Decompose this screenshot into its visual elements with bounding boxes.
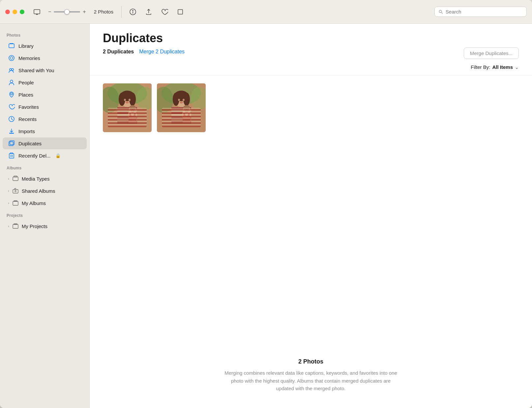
imports-icon [8,128,15,135]
search-input[interactable] [446,9,522,15]
sidebar-item-my-projects-label: My Projects [22,223,47,229]
photo-image-2 [157,83,206,132]
svg-point-65 [178,99,180,101]
photos-section-label: Photos [0,29,89,40]
minimize-button[interactable] [13,10,17,14]
maximize-button[interactable] [20,10,24,14]
favorites-icon [8,103,15,110]
sidebar-item-recently-deleted[interactable]: Recently Del... 🔒 [3,150,87,161]
close-button[interactable] [5,10,10,14]
sidebar-item-places[interactable]: Places [3,89,87,101]
svg-point-73 [182,110,191,120]
svg-point-14 [12,69,14,71]
svg-rect-26 [13,189,18,193]
svg-rect-10 [10,43,13,44]
svg-rect-81 [188,113,190,117]
svg-rect-19 [9,142,13,146]
svg-rect-25 [14,176,17,177]
svg-point-51 [131,109,132,111]
sidebar-item-imports-label: Imports [18,129,35,134]
svg-rect-30 [13,224,18,228]
svg-rect-45 [117,112,137,114]
sidebar-item-memories-label: Memories [18,55,40,61]
zoom-minus-button[interactable]: − [47,8,52,15]
info-icon[interactable] [127,6,139,18]
sidebar-item-recents[interactable]: Recents [3,113,87,125]
zoom-slider[interactable] [54,11,80,13]
svg-point-16 [11,93,13,95]
svg-rect-43 [117,107,137,124]
sidebar-item-my-projects[interactable]: › My Projects [3,220,87,232]
sidebar-item-people[interactable]: People [3,76,87,88]
search-bar [434,7,527,17]
shared-with-you-icon [8,67,15,74]
sidebar-item-memories[interactable]: Memories [3,52,87,64]
svg-rect-72 [171,121,191,124]
svg-rect-6 [178,10,183,14]
media-types-icon [12,175,19,182]
sidebar-item-recently-deleted-label: Recently Del... [18,153,51,159]
filter-value[interactable]: All Items [492,64,513,70]
projects-section-label: Projects [0,209,89,220]
sidebar-item-recents-label: Recents [18,116,37,122]
svg-point-27 [15,190,16,192]
svg-rect-9 [9,44,14,48]
share-icon[interactable] [143,6,155,18]
sidebar-item-my-albums-label: My Albums [22,200,46,206]
filter-chevron-icon[interactable]: ⌄ [515,65,519,70]
svg-point-76 [185,109,186,111]
svg-rect-70 [171,112,191,114]
library-icon [8,42,15,49]
zoom-control: − + [47,8,87,15]
content-title-area: Duplicates 2 Duplicates Merge 2 Duplicat… [103,32,185,55]
sidebar-item-duplicates[interactable]: Duplicates [3,137,87,149]
header-right: Merge Duplicates... Filter By: All Items… [464,32,519,70]
sidebar-item-shared-albums[interactable]: › Shared Albums [3,185,87,197]
svg-rect-56 [133,113,136,117]
sidebar-item-places-label: Places [18,92,33,98]
svg-rect-18 [9,133,14,134]
svg-rect-31 [14,224,17,224]
photo-count: 2 Photos [94,9,113,15]
svg-rect-79 [183,116,191,123]
svg-rect-29 [14,201,17,201]
svg-rect-71 [171,116,191,119]
sidebar-item-my-albums[interactable]: › My Albums [3,197,87,209]
content-area: Duplicates 2 Duplicates Merge 2 Duplicat… [90,24,532,408]
crop-icon[interactable] [174,6,186,18]
sidebar: Photos Library [0,24,90,408]
filter-label: Filter By: [471,64,490,70]
search-icon [439,10,443,14]
photo-thumbnail-1[interactable] [103,83,152,132]
svg-point-78 [185,112,188,113]
svg-rect-28 [13,201,18,205]
recents-icon [8,115,15,123]
sidebar-item-favorites[interactable]: Favorites [3,101,87,113]
sidebar-item-favorites-label: Favorites [18,104,39,110]
sidebar-item-media-types-label: Media Types [22,176,50,182]
zoom-plus-button[interactable]: + [81,8,87,15]
sidebar-item-library[interactable]: Library [3,40,87,52]
sidebar-item-shared-with-you[interactable]: Shared with You [3,64,87,76]
svg-point-49 [129,107,136,114]
sidebar-item-shared-albums-label: Shared Albums [22,188,55,194]
svg-rect-21 [9,154,14,158]
content-header: Duplicates 2 Duplicates Merge 2 Duplicat… [90,24,532,75]
svg-point-74 [183,107,191,114]
merge-link[interactable]: Merge 2 Duplicates [139,49,185,55]
filter-row: Filter By: All Items ⌄ [471,64,519,70]
svg-rect-20 [10,141,14,145]
sidebar-item-imports[interactable]: Imports [3,125,87,137]
svg-point-15 [10,80,13,83]
svg-point-53 [131,112,134,113]
slideshow-icon[interactable] [31,6,43,18]
svg-rect-0 [34,10,40,14]
svg-rect-44 [117,107,137,109]
svg-point-41 [129,99,131,101]
favorite-icon[interactable] [159,6,170,18]
sidebar-item-media-types[interactable]: › Media Types [3,173,87,185]
merge-duplicates-button[interactable]: Merge Duplicates... [464,47,519,59]
photos-grid [90,75,532,140]
photo-thumbnail-2[interactable] [157,83,206,132]
albums-section-label: Albums [0,162,89,172]
